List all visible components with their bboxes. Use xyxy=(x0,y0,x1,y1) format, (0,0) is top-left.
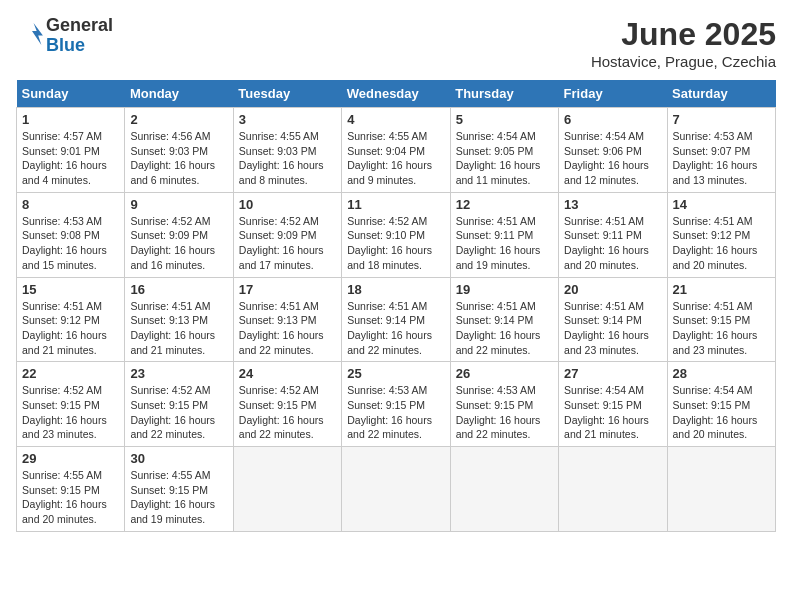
day-number: 25 xyxy=(347,366,444,381)
day-info: Sunrise: 4:51 AMSunset: 9:14 PMDaylight:… xyxy=(456,300,541,356)
day-number: 29 xyxy=(22,451,119,466)
calendar-cell: 3 Sunrise: 4:55 AMSunset: 9:03 PMDayligh… xyxy=(233,108,341,193)
calendar-cell: 27 Sunrise: 4:54 AMSunset: 9:15 PMDaylig… xyxy=(559,362,667,447)
day-number: 6 xyxy=(564,112,661,127)
calendar-cell: 7 Sunrise: 4:53 AMSunset: 9:07 PMDayligh… xyxy=(667,108,775,193)
day-number: 26 xyxy=(456,366,553,381)
day-number: 19 xyxy=(456,282,553,297)
calendar-cell: 9 Sunrise: 4:52 AMSunset: 9:09 PMDayligh… xyxy=(125,192,233,277)
day-info: Sunrise: 4:53 AMSunset: 9:15 PMDaylight:… xyxy=(456,384,541,440)
calendar-cell: 1 Sunrise: 4:57 AMSunset: 9:01 PMDayligh… xyxy=(17,108,125,193)
logo-icon xyxy=(18,20,46,48)
calendar-week-row: 29 Sunrise: 4:55 AMSunset: 9:15 PMDaylig… xyxy=(17,447,776,532)
calendar-cell: 5 Sunrise: 4:54 AMSunset: 9:05 PMDayligh… xyxy=(450,108,558,193)
calendar-cell: 30 Sunrise: 4:55 AMSunset: 9:15 PMDaylig… xyxy=(125,447,233,532)
day-info: Sunrise: 4:54 AMSunset: 9:15 PMDaylight:… xyxy=(564,384,649,440)
day-info: Sunrise: 4:51 AMSunset: 9:11 PMDaylight:… xyxy=(564,215,649,271)
calendar-week-row: 8 Sunrise: 4:53 AMSunset: 9:08 PMDayligh… xyxy=(17,192,776,277)
weekday-header-friday: Friday xyxy=(559,80,667,108)
day-number: 2 xyxy=(130,112,227,127)
weekday-header-wednesday: Wednesday xyxy=(342,80,450,108)
day-number: 3 xyxy=(239,112,336,127)
logo: General Blue xyxy=(16,16,113,56)
calendar-cell xyxy=(559,447,667,532)
calendar-cell: 2 Sunrise: 4:56 AMSunset: 9:03 PMDayligh… xyxy=(125,108,233,193)
day-info: Sunrise: 4:55 AMSunset: 9:03 PMDaylight:… xyxy=(239,130,324,186)
title-block: June 2025 Hostavice, Prague, Czechia xyxy=(591,16,776,70)
day-number: 21 xyxy=(673,282,770,297)
calendar-week-row: 15 Sunrise: 4:51 AMSunset: 9:12 PMDaylig… xyxy=(17,277,776,362)
calendar-cell: 21 Sunrise: 4:51 AMSunset: 9:15 PMDaylig… xyxy=(667,277,775,362)
day-info: Sunrise: 4:51 AMSunset: 9:12 PMDaylight:… xyxy=(673,215,758,271)
day-number: 5 xyxy=(456,112,553,127)
calendar-cell: 16 Sunrise: 4:51 AMSunset: 9:13 PMDaylig… xyxy=(125,277,233,362)
day-info: Sunrise: 4:52 AMSunset: 9:15 PMDaylight:… xyxy=(239,384,324,440)
day-info: Sunrise: 4:52 AMSunset: 9:09 PMDaylight:… xyxy=(239,215,324,271)
day-number: 30 xyxy=(130,451,227,466)
calendar-cell: 26 Sunrise: 4:53 AMSunset: 9:15 PMDaylig… xyxy=(450,362,558,447)
header: General Blue June 2025 Hostavice, Prague… xyxy=(16,16,776,70)
calendar-cell: 14 Sunrise: 4:51 AMSunset: 9:12 PMDaylig… xyxy=(667,192,775,277)
day-info: Sunrise: 4:51 AMSunset: 9:12 PMDaylight:… xyxy=(22,300,107,356)
weekday-header-monday: Monday xyxy=(125,80,233,108)
calendar-cell: 13 Sunrise: 4:51 AMSunset: 9:11 PMDaylig… xyxy=(559,192,667,277)
calendar-cell: 29 Sunrise: 4:55 AMSunset: 9:15 PMDaylig… xyxy=(17,447,125,532)
calendar-cell: 20 Sunrise: 4:51 AMSunset: 9:14 PMDaylig… xyxy=(559,277,667,362)
day-number: 10 xyxy=(239,197,336,212)
location-title: Hostavice, Prague, Czechia xyxy=(591,53,776,70)
day-info: Sunrise: 4:51 AMSunset: 9:14 PMDaylight:… xyxy=(347,300,432,356)
day-info: Sunrise: 4:51 AMSunset: 9:15 PMDaylight:… xyxy=(673,300,758,356)
calendar-cell xyxy=(450,447,558,532)
calendar-week-row: 1 Sunrise: 4:57 AMSunset: 9:01 PMDayligh… xyxy=(17,108,776,193)
day-number: 17 xyxy=(239,282,336,297)
calendar-cell: 18 Sunrise: 4:51 AMSunset: 9:14 PMDaylig… xyxy=(342,277,450,362)
day-number: 24 xyxy=(239,366,336,381)
day-info: Sunrise: 4:52 AMSunset: 9:15 PMDaylight:… xyxy=(130,384,215,440)
svg-marker-0 xyxy=(32,23,43,45)
weekday-header-row: SundayMondayTuesdayWednesdayThursdayFrid… xyxy=(17,80,776,108)
day-number: 27 xyxy=(564,366,661,381)
day-info: Sunrise: 4:55 AMSunset: 9:04 PMDaylight:… xyxy=(347,130,432,186)
calendar-cell: 28 Sunrise: 4:54 AMSunset: 9:15 PMDaylig… xyxy=(667,362,775,447)
day-number: 14 xyxy=(673,197,770,212)
calendar-cell xyxy=(233,447,341,532)
day-number: 23 xyxy=(130,366,227,381)
day-number: 9 xyxy=(130,197,227,212)
calendar-cell xyxy=(342,447,450,532)
day-number: 7 xyxy=(673,112,770,127)
day-number: 18 xyxy=(347,282,444,297)
day-info: Sunrise: 4:54 AMSunset: 9:05 PMDaylight:… xyxy=(456,130,541,186)
day-number: 8 xyxy=(22,197,119,212)
day-info: Sunrise: 4:51 AMSunset: 9:13 PMDaylight:… xyxy=(239,300,324,356)
day-info: Sunrise: 4:53 AMSunset: 9:07 PMDaylight:… xyxy=(673,130,758,186)
day-info: Sunrise: 4:55 AMSunset: 9:15 PMDaylight:… xyxy=(130,469,215,525)
calendar-week-row: 22 Sunrise: 4:52 AMSunset: 9:15 PMDaylig… xyxy=(17,362,776,447)
day-info: Sunrise: 4:55 AMSunset: 9:15 PMDaylight:… xyxy=(22,469,107,525)
calendar-cell: 15 Sunrise: 4:51 AMSunset: 9:12 PMDaylig… xyxy=(17,277,125,362)
day-number: 1 xyxy=(22,112,119,127)
logo-text: General Blue xyxy=(46,16,113,56)
day-info: Sunrise: 4:51 AMSunset: 9:11 PMDaylight:… xyxy=(456,215,541,271)
day-info: Sunrise: 4:53 AMSunset: 9:08 PMDaylight:… xyxy=(22,215,107,271)
day-info: Sunrise: 4:52 AMSunset: 9:10 PMDaylight:… xyxy=(347,215,432,271)
calendar-cell: 23 Sunrise: 4:52 AMSunset: 9:15 PMDaylig… xyxy=(125,362,233,447)
day-number: 4 xyxy=(347,112,444,127)
day-number: 11 xyxy=(347,197,444,212)
day-number: 12 xyxy=(456,197,553,212)
calendar-cell: 12 Sunrise: 4:51 AMSunset: 9:11 PMDaylig… xyxy=(450,192,558,277)
weekday-header-thursday: Thursday xyxy=(450,80,558,108)
day-info: Sunrise: 4:56 AMSunset: 9:03 PMDaylight:… xyxy=(130,130,215,186)
calendar-cell: 10 Sunrise: 4:52 AMSunset: 9:09 PMDaylig… xyxy=(233,192,341,277)
day-number: 15 xyxy=(22,282,119,297)
day-number: 20 xyxy=(564,282,661,297)
calendar-cell: 11 Sunrise: 4:52 AMSunset: 9:10 PMDaylig… xyxy=(342,192,450,277)
day-info: Sunrise: 4:52 AMSunset: 9:09 PMDaylight:… xyxy=(130,215,215,271)
day-info: Sunrise: 4:52 AMSunset: 9:15 PMDaylight:… xyxy=(22,384,107,440)
calendar-cell: 6 Sunrise: 4:54 AMSunset: 9:06 PMDayligh… xyxy=(559,108,667,193)
month-title: June 2025 xyxy=(591,16,776,53)
calendar-cell: 24 Sunrise: 4:52 AMSunset: 9:15 PMDaylig… xyxy=(233,362,341,447)
calendar-cell: 19 Sunrise: 4:51 AMSunset: 9:14 PMDaylig… xyxy=(450,277,558,362)
calendar-cell: 25 Sunrise: 4:53 AMSunset: 9:15 PMDaylig… xyxy=(342,362,450,447)
weekday-header-sunday: Sunday xyxy=(17,80,125,108)
calendar-cell: 17 Sunrise: 4:51 AMSunset: 9:13 PMDaylig… xyxy=(233,277,341,362)
